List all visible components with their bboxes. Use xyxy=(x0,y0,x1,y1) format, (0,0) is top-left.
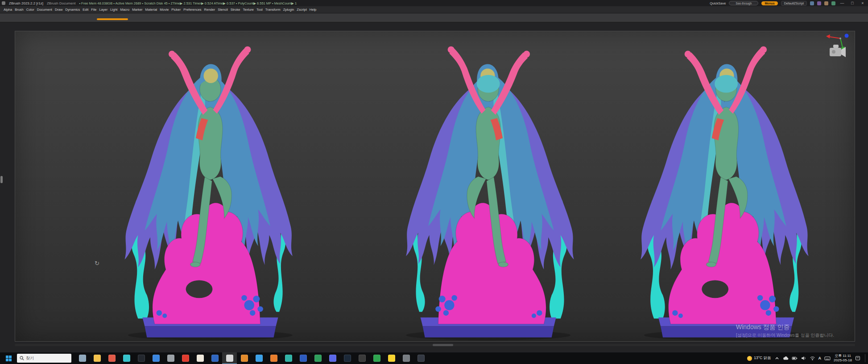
menus-toggle-button[interactable]: Menus xyxy=(761,1,777,5)
taskbar-clock[interactable]: 오후 11:11 2025-05-18 xyxy=(834,354,852,363)
onedrive-icon[interactable] xyxy=(783,356,789,361)
menu-item-movie[interactable]: Movie xyxy=(160,8,169,12)
menu-item-brush[interactable]: Brush xyxy=(15,8,24,12)
start-button[interactable] xyxy=(0,352,17,364)
menu-item-zplugin[interactable]: Zplugin xyxy=(283,8,294,12)
taskbar-app-icon-epic-games[interactable] xyxy=(355,352,369,364)
search-input[interactable] xyxy=(26,356,62,360)
clock-date: 2025-05-18 xyxy=(834,358,852,363)
taskbar-app-icon-zbrush[interactable] xyxy=(222,352,237,364)
menu-item-macro[interactable]: Macro xyxy=(120,8,129,12)
action-center-icon[interactable] xyxy=(855,356,860,361)
taskbar: 13°C 맑음 A 오후 11:11 2025-05-18 xyxy=(0,352,868,364)
network-wifi-icon[interactable] xyxy=(810,356,815,361)
taskbar-app-icon-calculator[interactable] xyxy=(399,352,413,364)
taskbar-app-icon-file-explorer[interactable] xyxy=(90,352,104,364)
quicksave-button[interactable]: QuickSave xyxy=(710,1,726,5)
left-divider-handle[interactable] xyxy=(0,176,3,183)
terminal-icon xyxy=(417,355,425,362)
youtube-icon xyxy=(182,355,189,362)
viewport-3d[interactable] xyxy=(15,31,855,341)
menu-item-color[interactable]: Color xyxy=(26,8,34,12)
default-zscript-button[interactable]: DefaultZScript xyxy=(781,1,807,6)
menu-item-edit[interactable]: Edit xyxy=(83,8,88,12)
camera-widget-icon[interactable] xyxy=(827,42,847,63)
rotate-cursor-icon: ↻ xyxy=(95,260,99,267)
taskbar-app-icon-terminal[interactable] xyxy=(413,352,428,364)
horizontal-scrollbar[interactable] xyxy=(15,344,855,346)
taskbar-app-icon-xbox[interactable] xyxy=(369,352,384,364)
excel-icon xyxy=(314,355,322,362)
menu-item-preferences[interactable]: Preferences xyxy=(183,8,201,12)
taskbar-app-icon-settings[interactable] xyxy=(163,352,178,364)
taskbar-search[interactable] xyxy=(17,354,71,363)
top-shelf xyxy=(0,13,868,22)
taskbar-app-icon-excel[interactable] xyxy=(310,352,325,364)
menu-item-marker[interactable]: Marker xyxy=(132,8,142,12)
menu-item-render[interactable]: Render xyxy=(204,8,215,12)
menu-item-light[interactable]: Light xyxy=(110,8,117,12)
whale-browser-icon xyxy=(123,355,130,362)
title-bar: ZBrush 2023.2.2 [r1z] ZBrush Document • … xyxy=(0,0,868,6)
menu-item-layer[interactable]: Layer xyxy=(99,8,107,12)
keyboard-icon[interactable] xyxy=(824,356,831,361)
app-title: ZBrush 2023.2.2 [r1z] xyxy=(9,1,43,5)
help-link-icon[interactable] xyxy=(817,1,821,5)
taskbar-app-icon-notepad[interactable] xyxy=(193,352,207,364)
menu-item-material[interactable]: Material xyxy=(145,8,157,12)
taskbar-app-icon-obs[interactable] xyxy=(134,352,149,364)
community-link-icon[interactable] xyxy=(824,1,828,5)
maximize-button[interactable]: □ xyxy=(849,1,856,5)
taskbar-app-icon-steam[interactable] xyxy=(340,352,355,364)
taskbar-apps xyxy=(75,352,428,364)
menu-item-tool[interactable]: Tool xyxy=(256,8,263,12)
taskbar-app-icon-whale-browser[interactable] xyxy=(119,352,134,364)
show-hidden-icons-chevron[interactable] xyxy=(774,356,780,361)
battery-icon[interactable] xyxy=(792,356,798,361)
link-icon[interactable] xyxy=(810,1,814,5)
volume-icon[interactable] xyxy=(801,356,806,361)
scrollbar-handle[interactable] xyxy=(433,344,453,346)
menu-item-picker[interactable]: Picker xyxy=(171,8,181,12)
store-link-icon[interactable] xyxy=(831,1,835,5)
menu-item-document[interactable]: Document xyxy=(37,8,52,12)
taskbar-app-icon-blender[interactable] xyxy=(266,352,281,364)
see-through-slider[interactable]: See-through xyxy=(729,1,758,5)
notepad-icon xyxy=(197,355,204,362)
edge-icon xyxy=(153,355,160,362)
taskbar-app-icon-photoshop[interactable] xyxy=(207,352,222,364)
taskbar-app-icon-maya[interactable] xyxy=(281,352,296,364)
kakao-talk-icon xyxy=(388,355,395,362)
taskbar-app-icon-edge[interactable] xyxy=(149,352,163,364)
menu-item-dynamics[interactable]: Dynamics xyxy=(65,8,80,12)
taskbar-app-icon-illustrator[interactable] xyxy=(237,352,252,364)
x-axis-arrow xyxy=(826,34,830,38)
show-desktop-button[interactable] xyxy=(865,354,865,362)
menu-item-file[interactable]: File xyxy=(91,8,96,12)
system-tray: 13°C 맑음 A 오후 11:11 2025-05-18 xyxy=(747,352,868,364)
menu-item-alpha[interactable]: Alpha xyxy=(4,8,12,12)
taskbar-app-icon-word[interactable] xyxy=(296,352,310,364)
menu-item-transform[interactable]: Transform xyxy=(265,8,281,12)
minimize-button[interactable]: — xyxy=(839,1,846,5)
ime-language-indicator[interactable]: A xyxy=(818,356,822,360)
menu-item-zscript[interactable]: Zscript xyxy=(297,8,307,12)
document-canvas[interactable]: ↻ Windows 정품 인증 [설정]으로 이동하여 Windows를 정품 … xyxy=(15,31,855,342)
menu-item-texture[interactable]: Texture xyxy=(243,8,254,12)
menu-item-stroke[interactable]: Stroke xyxy=(231,8,240,12)
model-view-back[interactable] xyxy=(125,46,293,340)
discord-icon xyxy=(329,355,336,362)
menu-item-help[interactable]: Help xyxy=(310,8,316,12)
taskbar-app-icon-discord[interactable] xyxy=(325,352,340,364)
taskbar-app-icon-people[interactable] xyxy=(75,352,90,364)
hair-bangs xyxy=(477,75,500,93)
taskbar-app-icon-vscode[interactable] xyxy=(252,352,266,364)
menu-item-draw[interactable]: Draw xyxy=(55,8,63,12)
taskbar-app-icon-youtube[interactable] xyxy=(178,352,193,364)
taskbar-app-icon-chrome[interactable] xyxy=(104,352,119,364)
taskbar-app-icon-kakao-talk[interactable] xyxy=(384,352,399,364)
menu-item-stencil[interactable]: Stencil xyxy=(218,8,228,12)
word-icon xyxy=(300,355,307,362)
close-button[interactable]: × xyxy=(859,1,866,5)
weather-widget[interactable]: 13°C 맑음 xyxy=(747,356,771,361)
